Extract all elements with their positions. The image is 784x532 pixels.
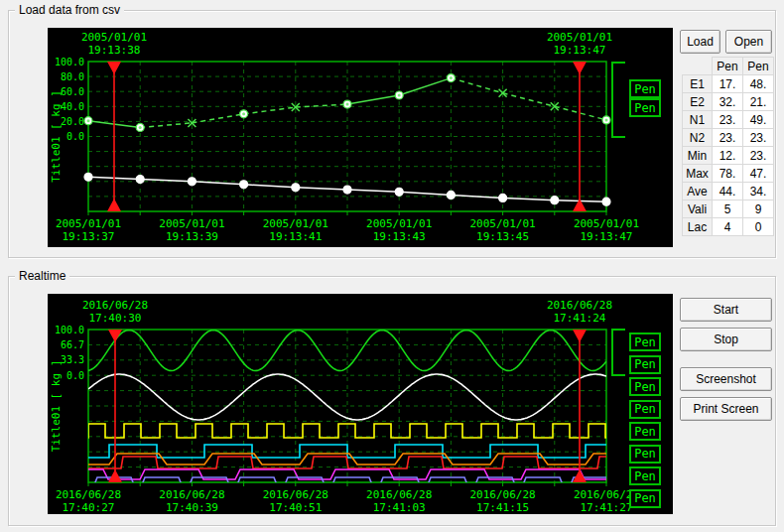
cell-value: 9	[743, 200, 774, 218]
cursor-date-label: 2016/06/28	[82, 299, 148, 312]
y-axis-title: Title01 [ kg ]	[50, 90, 63, 183]
pen-button[interactable]: Pen	[629, 466, 661, 485]
table-row: N223.23.	[683, 129, 774, 147]
print-screen-button[interactable]: Print Screen	[680, 397, 772, 421]
cell-value: 21.	[743, 93, 774, 111]
x-axis-date-label: 2016/06/28	[159, 488, 224, 501]
screenshot-button[interactable]: Screenshot	[680, 367, 772, 391]
cursor-top-triangle	[107, 62, 121, 74]
pen-bracket	[612, 63, 625, 137]
csv-history-chart-svg: 100.080.060.040.020.00.0Title01 [ kg ]20…	[48, 28, 673, 247]
y-axis-label: 33.3	[61, 354, 84, 365]
y-axis-title: Title01 [ kg ]	[50, 360, 63, 453]
pen-button[interactable]: Pen	[629, 377, 661, 396]
app-window: Load data from csv Realtime 100.080.060.…	[0, 0, 784, 532]
start-button[interactable]: Start	[680, 298, 772, 322]
row-label: Lac	[683, 218, 713, 236]
x-axis-time-label: 17:40:27	[63, 501, 115, 514]
realtime-chart[interactable]: 100.066.733.30.0Title01 [ kg ]2016/06/28…	[48, 294, 673, 514]
row-label: E1	[683, 75, 713, 93]
x-axis-date-label: 2005/01/01	[366, 217, 432, 230]
cursor-top-triangle	[108, 330, 122, 342]
y-axis-label: 80.0	[61, 71, 84, 82]
table-row: E232.21.	[683, 93, 774, 111]
pen-column-header: Pen	[713, 58, 743, 75]
table-row: Ave44.34.	[683, 183, 774, 200]
open-button[interactable]: Open	[725, 30, 772, 54]
cursor[interactable]	[108, 330, 122, 482]
pen-button[interactable]: Pen	[629, 422, 661, 441]
y-axis-label: 60.0	[61, 86, 84, 97]
x-axis-time-label: 19:13:45	[476, 230, 529, 243]
x-axis-date-label: 2005/01/01	[574, 217, 639, 230]
cursor-bottom-triangle	[573, 469, 587, 482]
cell-value: 23.	[713, 129, 743, 147]
cursor-bottom-triangle	[108, 469, 122, 482]
table-row: Max78.47.	[683, 165, 774, 183]
stats-table: PenPenE117.48.E232.21.N123.49.N223.23.Mi…	[682, 57, 774, 236]
row-label: N1	[683, 111, 713, 129]
x-axis-time-label: 17:40:51	[269, 501, 322, 514]
table-corner	[683, 58, 713, 75]
row-label: Max	[683, 165, 713, 183]
cursor-date-label: 2005/01/01	[81, 31, 147, 44]
y-axis-label: 0.0	[66, 370, 84, 381]
cell-value: 23.	[743, 147, 774, 165]
cell-value: 32.	[713, 93, 743, 111]
realtime-chart-svg: 100.066.733.30.0Title01 [ kg ]2016/06/28…	[48, 294, 673, 514]
cell-value: 12.	[713, 147, 743, 165]
group-realtime-title: Realtime	[15, 269, 69, 283]
table-row: Vali59	[683, 200, 774, 218]
pen-button[interactable]: Pen	[629, 332, 661, 351]
pen-column-header: Pen	[743, 58, 774, 75]
y-axis-label: 40.0	[61, 101, 84, 112]
pen-button[interactable]: Pen	[629, 98, 661, 117]
table-row: N123.49.	[683, 111, 774, 129]
x-axis-date-label: 2016/06/28	[469, 488, 535, 501]
pen-button[interactable]: Pen	[629, 489, 661, 508]
row-label: Ave	[683, 183, 713, 200]
load-button[interactable]: Load	[680, 30, 720, 54]
cell-value: 44.	[713, 183, 743, 200]
cursor-time-label: 17:40:30	[89, 312, 142, 325]
x-axis-time-label: 19:13:37	[63, 230, 115, 243]
cursor[interactable]	[107, 62, 121, 211]
x-axis-time-label: 17:40:39	[166, 501, 218, 514]
pen-button[interactable]: Pen	[629, 445, 661, 464]
cell-value: 47.	[743, 165, 774, 183]
table-row: E117.48.	[683, 75, 774, 93]
x-axis-time-label: 17:41:27	[581, 501, 633, 514]
x-axis-date-label: 2016/06/28	[263, 488, 328, 501]
x-axis-date-label: 2005/01/01	[159, 217, 224, 230]
pen-button[interactable]: Pen	[629, 79, 661, 98]
x-axis-time-label: 19:13:41	[269, 230, 322, 243]
x-axis-date-label: 2016/06/28	[366, 488, 432, 501]
pen-bracket	[612, 330, 625, 375]
cursor-top-triangle	[573, 330, 587, 342]
csv-chart[interactable]: 100.080.060.040.020.00.0Title01 [ kg ]20…	[48, 28, 673, 247]
cell-value: 0	[743, 218, 774, 236]
pen-button[interactable]: Pen	[629, 400, 661, 419]
cursor-date-label: 2005/01/01	[547, 31, 612, 44]
cell-value: 34.	[743, 183, 774, 200]
table-row: Min12.23.	[683, 147, 774, 165]
stop-button[interactable]: Stop	[680, 328, 772, 351]
y-axis-label: 100.0	[55, 57, 84, 67]
x-axis-time-label: 19:13:39	[166, 230, 218, 243]
x-axis-time-label: 17:41:03	[373, 501, 426, 514]
y-axis-label: 0.0	[66, 131, 84, 142]
y-axis-label: 66.7	[61, 339, 84, 350]
pen-button[interactable]: Pen	[629, 355, 661, 374]
row-label: Min	[683, 147, 713, 165]
table-header-row: PenPen	[683, 58, 774, 75]
cell-value: 49.	[743, 111, 774, 129]
cell-value: 23.	[713, 111, 743, 129]
x-axis-date-label: 2005/01/01	[56, 217, 121, 230]
x-axis-date-label: 2005/01/01	[469, 217, 535, 230]
cursor-date-label: 2016/06/28	[547, 299, 612, 312]
cursor-time-label: 19:13:38	[88, 44, 141, 57]
x-axis-time-label: 19:13:43	[373, 230, 426, 243]
group-load-csv-title: Load data from csv	[15, 3, 124, 17]
y-axis-label: 100.0	[55, 325, 84, 335]
cursor-bottom-triangle	[107, 199, 121, 211]
